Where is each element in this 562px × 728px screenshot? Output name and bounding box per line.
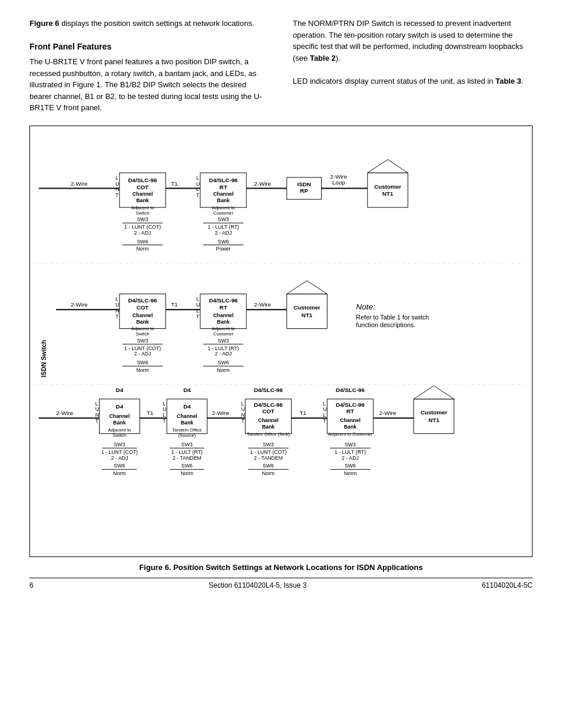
svg-text:RT: RT xyxy=(346,408,354,414)
footer-left: 6 xyxy=(29,581,34,589)
svg-text:1 - LUNT (COT): 1 - LUNT (COT) xyxy=(250,449,286,454)
svg-text:SW3: SW3 xyxy=(218,337,229,343)
svg-text:(Source): (Source) xyxy=(178,432,196,437)
figure-box: 2-Wire D4/SLC-96 COT L U N T Channel Ban… xyxy=(29,126,533,557)
svg-text:Bank: Bank xyxy=(217,318,230,324)
svg-text:Bank: Bank xyxy=(217,197,230,203)
svg-text:T: T xyxy=(115,192,119,198)
svg-text:U: U xyxy=(196,180,200,186)
svg-text:T1: T1 xyxy=(147,410,153,416)
diagram-svg: 2-Wire D4/SLC-96 COT L U N T Channel Ban… xyxy=(33,129,529,554)
svg-text:U: U xyxy=(241,406,244,412)
svg-text:T: T xyxy=(196,313,200,319)
svg-text:Bank: Bank xyxy=(113,419,126,425)
svg-text:Bank: Bank xyxy=(344,423,357,429)
svg-text:Customer: Customer xyxy=(213,331,233,337)
svg-text:U: U xyxy=(323,406,326,412)
svg-text:1 - LULT (RT): 1 - LULT (RT) xyxy=(335,449,366,454)
top-text-section: Figure 6 displays the position switch se… xyxy=(29,18,533,114)
page-content: Figure 6 displays the position switch se… xyxy=(29,18,533,589)
svg-text:T: T xyxy=(115,313,119,319)
svg-text:COT: COT xyxy=(262,408,275,414)
svg-text:D4/SLC-96: D4/SLC-96 xyxy=(209,297,238,304)
top-left-para2: The U-BR1TE V front panel features a two… xyxy=(29,56,269,114)
svg-text:D4/SLC-96: D4/SLC-96 xyxy=(128,176,157,183)
svg-text:Tandem Office: Tandem Office xyxy=(172,427,201,432)
front-panel-heading: Front Panel Features xyxy=(29,41,269,53)
svg-text:L: L xyxy=(196,296,199,302)
svg-text:Channel: Channel xyxy=(340,417,361,423)
svg-text:Norm: Norm xyxy=(344,470,357,476)
svg-text:Tandem Office (Sink): Tandem Office (Sink) xyxy=(247,431,290,436)
svg-text:D4/SLC-96: D4/SLC-96 xyxy=(209,176,238,183)
svg-text:2 - ADJ: 2 - ADJ xyxy=(134,229,151,235)
svg-text:COT: COT xyxy=(137,183,149,190)
svg-text:Norm: Norm xyxy=(136,246,149,252)
svg-text:2 - TANDEM: 2 - TANDEM xyxy=(173,454,201,460)
svg-text:Loop: Loop xyxy=(332,179,345,185)
svg-text:SW6: SW6 xyxy=(218,360,229,365)
svg-text:Norm: Norm xyxy=(113,470,126,476)
svg-text:2-Wire: 2-Wire xyxy=(254,180,271,186)
svg-text:1 - LULT (RT): 1 - LULT (RT) xyxy=(207,224,239,230)
svg-text:N: N xyxy=(115,308,119,314)
svg-text:Customer: Customer xyxy=(213,210,233,215)
svg-text:2-Wire: 2-Wire xyxy=(254,301,271,308)
svg-text:L: L xyxy=(241,400,244,406)
svg-text:D4: D4 xyxy=(116,387,124,393)
svg-text:2 - ADJ: 2 - ADJ xyxy=(111,454,128,460)
svg-text:U: U xyxy=(115,302,119,308)
svg-text:T: T xyxy=(163,418,166,424)
svg-text:1 - LULT (RT): 1 - LULT (RT) xyxy=(207,345,239,351)
page-footer: 6 Section 61104020L4-5, Issue 3 61104020… xyxy=(29,578,533,589)
svg-text:2-Wire: 2-Wire xyxy=(379,410,396,416)
svg-text:T1: T1 xyxy=(171,301,177,308)
svg-text:Note:: Note: xyxy=(356,302,375,311)
svg-text:NT1: NT1 xyxy=(428,417,439,423)
svg-text:2-Wire: 2-Wire xyxy=(212,410,229,416)
svg-text:Adjacent to: Adjacent to xyxy=(131,326,154,331)
svg-text:N: N xyxy=(241,412,244,418)
svg-text:SW6: SW6 xyxy=(137,360,148,365)
svg-text:U: U xyxy=(196,302,200,308)
svg-text:L: L xyxy=(95,400,98,406)
svg-text:N: N xyxy=(95,412,99,418)
svg-text:SW3: SW3 xyxy=(345,442,356,447)
svg-text:N: N xyxy=(115,186,119,192)
svg-text:L: L xyxy=(323,400,326,406)
svg-text:SW3: SW3 xyxy=(218,216,229,222)
svg-text:Adjacent to Customer: Adjacent to Customer xyxy=(328,431,373,436)
svg-text:function descriptions.: function descriptions. xyxy=(356,321,415,328)
svg-text:SW3: SW3 xyxy=(137,216,148,222)
svg-text:Bank: Bank xyxy=(262,423,275,429)
svg-text:NT1: NT1 xyxy=(382,190,394,197)
svg-text:D4/SLC-96: D4/SLC-96 xyxy=(128,297,157,304)
svg-text:T: T xyxy=(196,192,200,198)
svg-text:D4/SLC-96: D4/SLC-96 xyxy=(336,387,365,393)
svg-text:Norm: Norm xyxy=(262,470,275,476)
svg-text:L: L xyxy=(196,308,199,314)
svg-text:RT: RT xyxy=(220,183,227,190)
svg-text:Bank: Bank xyxy=(136,197,149,203)
svg-text:SW3: SW3 xyxy=(263,442,274,447)
svg-text:NT1: NT1 xyxy=(302,311,313,318)
svg-text:ISDN: ISDN xyxy=(297,180,310,187)
svg-text:U: U xyxy=(115,180,119,186)
svg-text:Power: Power xyxy=(216,246,231,252)
svg-text:Adjacent to: Adjacent to xyxy=(108,427,131,432)
svg-text:Adjacent to: Adjacent to xyxy=(212,205,236,210)
svg-text:Switch: Switch xyxy=(113,432,126,437)
svg-marker-153 xyxy=(414,386,454,399)
svg-text:L: L xyxy=(196,186,199,192)
svg-text:RP: RP xyxy=(300,187,308,194)
top-right-para1: The NORM/PTRN DIP Switch is recessed to … xyxy=(293,18,533,64)
svg-text:2 - TANDEM: 2 - TANDEM xyxy=(254,454,283,460)
svg-text:2 - ADJ: 2 - ADJ xyxy=(215,229,232,235)
svg-text:Switch: Switch xyxy=(135,331,149,337)
svg-text:Norm: Norm xyxy=(181,470,194,476)
svg-text:Channel: Channel xyxy=(133,191,153,197)
svg-text:2 - ADJ: 2 - ADJ xyxy=(342,454,359,460)
svg-text:SW3: SW3 xyxy=(181,442,193,447)
svg-marker-82 xyxy=(287,281,328,294)
top-left-para1: Figure 6 displays the position switch se… xyxy=(29,18,269,29)
